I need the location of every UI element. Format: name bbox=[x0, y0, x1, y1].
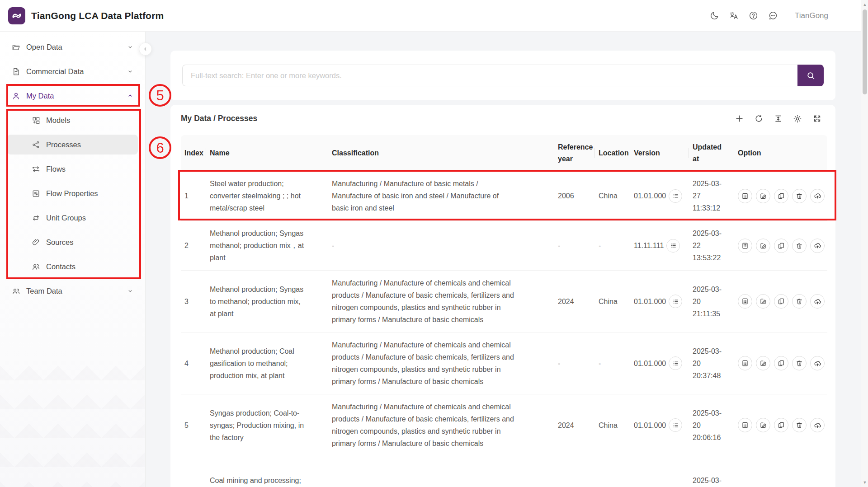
row-options bbox=[738, 356, 827, 370]
col-name: Name bbox=[206, 135, 328, 171]
edit-icon bbox=[760, 421, 767, 429]
copy-button[interactable] bbox=[774, 356, 788, 370]
translate-icon[interactable] bbox=[729, 11, 739, 21]
search-input[interactable] bbox=[182, 65, 797, 86]
search-button[interactable] bbox=[797, 65, 824, 86]
table-row[interactable]: Coal mining and processing; 2025-03- bbox=[181, 456, 827, 487]
sidebar-item-contacts[interactable]: Contacts bbox=[7, 257, 138, 276]
detail-button[interactable] bbox=[738, 356, 752, 370]
table-row[interactable]: 5 Syngas production; Coal-to-syngas; Pro… bbox=[181, 394, 827, 456]
cloud-upload-icon bbox=[814, 360, 821, 367]
edit-button[interactable] bbox=[756, 189, 770, 203]
unordered-list-icon bbox=[672, 360, 679, 367]
cell-location: China bbox=[599, 192, 618, 200]
chevron-down-icon bbox=[127, 288, 133, 294]
delete-button[interactable] bbox=[792, 356, 807, 370]
version-list-button[interactable] bbox=[666, 239, 680, 253]
breadcrumb: My Data / Processes bbox=[181, 114, 257, 123]
scrollbar-thumb[interactable] bbox=[863, 9, 867, 94]
cell-name: Coal mining and processing; bbox=[210, 477, 301, 484]
settings-gear-icon[interactable] bbox=[793, 114, 802, 123]
detail-button[interactable] bbox=[738, 189, 752, 203]
edit-button[interactable] bbox=[756, 294, 770, 309]
refresh-icon[interactable] bbox=[754, 114, 763, 123]
sidebar-collapse-button[interactable] bbox=[139, 42, 152, 56]
sidebar-item-label: Models bbox=[46, 116, 70, 125]
chevron-left-icon bbox=[142, 46, 148, 52]
table-row[interactable]: 1 Steel water production; converter stee… bbox=[181, 171, 827, 221]
app-logo[interactable] bbox=[8, 7, 25, 24]
copy-icon bbox=[778, 192, 785, 200]
version-list-button[interactable] bbox=[669, 189, 682, 203]
detail-icon bbox=[741, 421, 749, 429]
detail-button[interactable] bbox=[738, 294, 752, 309]
sidebar-item-my-data[interactable]: My Data bbox=[7, 86, 138, 106]
table-body: 1 Steel water production; converter stee… bbox=[181, 171, 827, 487]
export-button[interactable] bbox=[810, 418, 825, 432]
version-list-button[interactable] bbox=[669, 418, 682, 432]
version-list-button[interactable] bbox=[669, 295, 682, 308]
cell-version: 01.01.000 bbox=[634, 419, 666, 431]
dark-mode-moon-icon[interactable] bbox=[710, 11, 720, 21]
export-button[interactable] bbox=[810, 239, 825, 253]
cell-reference-year: 2006 bbox=[558, 192, 574, 200]
sidebar-item-label: Contacts bbox=[46, 262, 75, 271]
copy-icon bbox=[778, 242, 785, 249]
cell-reference-year: - bbox=[558, 360, 560, 367]
export-button[interactable] bbox=[810, 294, 825, 309]
copy-button[interactable] bbox=[774, 418, 788, 432]
detail-button[interactable] bbox=[738, 418, 752, 432]
copy-button[interactable] bbox=[774, 294, 788, 309]
cloud-upload-icon bbox=[814, 242, 821, 249]
sidebar-item-flow-properties[interactable]: Flow Properties bbox=[7, 183, 138, 203]
add-icon[interactable] bbox=[735, 114, 744, 123]
sidebar-item-team-data[interactable]: Team Data bbox=[7, 281, 138, 301]
sidebar-item-flows[interactable]: Flows bbox=[7, 159, 138, 179]
sidebar-item-commercial-data[interactable]: Commercial Data bbox=[7, 61, 138, 81]
export-button[interactable] bbox=[810, 189, 825, 203]
sidebar-item-processes[interactable]: Processes bbox=[7, 135, 138, 155]
help-icon[interactable] bbox=[749, 11, 759, 21]
edit-button[interactable] bbox=[756, 356, 770, 370]
delete-button[interactable] bbox=[792, 418, 807, 432]
sidebar-item-unit-groups[interactable]: Unit Groups bbox=[7, 208, 138, 228]
scrollbar-up-arrow[interactable]: ▲ bbox=[861, 1, 868, 8]
col-location: Location bbox=[595, 135, 630, 171]
delete-button[interactable] bbox=[792, 294, 807, 309]
delete-button[interactable] bbox=[792, 189, 807, 203]
table-row[interactable]: 2 Methanol production; Syngas methanol; … bbox=[181, 221, 827, 271]
browser-scrollbar: ▲ ▼ bbox=[861, 0, 868, 487]
col-option: Option bbox=[734, 135, 827, 171]
cell-version: 01.01.000 bbox=[634, 295, 666, 308]
current-user[interactable]: TianGong bbox=[795, 11, 828, 20]
copy-button[interactable] bbox=[774, 189, 788, 203]
page-layout: Open Data Commercial Data My Data bbox=[0, 32, 868, 487]
edit-button[interactable] bbox=[756, 418, 770, 432]
cell-classification: - bbox=[332, 242, 334, 249]
processes-table: Index Name Classification Reference year… bbox=[181, 135, 827, 487]
cell-updated-at: 2025-03-20 21:11:35 bbox=[693, 286, 722, 318]
copy-icon bbox=[778, 360, 785, 367]
app-title: TianGong LCA Data Platform bbox=[31, 10, 164, 21]
edit-icon bbox=[760, 298, 767, 305]
table-row[interactable]: 4 Methanol production; Coal gasification… bbox=[181, 332, 827, 394]
delete-button[interactable] bbox=[792, 239, 807, 253]
sidebar-item-models[interactable]: Models bbox=[7, 110, 138, 130]
version-list-button[interactable] bbox=[669, 356, 682, 370]
messages-icon[interactable] bbox=[768, 11, 778, 21]
copy-button[interactable] bbox=[774, 239, 788, 253]
sidebar-item-sources[interactable]: Sources bbox=[7, 232, 138, 252]
edit-button[interactable] bbox=[756, 239, 770, 253]
table-row[interactable]: 3 Methanol production; Syngas to methano… bbox=[181, 271, 827, 332]
row-height-icon[interactable] bbox=[774, 114, 783, 123]
scrollbar-down-arrow[interactable]: ▼ bbox=[861, 479, 868, 486]
cell-updated-at: 2025-03-22 13:53:22 bbox=[693, 229, 722, 262]
export-button[interactable] bbox=[810, 356, 825, 370]
logo-glyph bbox=[11, 10, 23, 22]
detail-button[interactable] bbox=[738, 239, 752, 253]
top-bar: TianGong LCA Data Platform bbox=[0, 0, 868, 32]
paperclip-icon bbox=[32, 238, 40, 247]
sidebar-item-open-data[interactable]: Open Data bbox=[7, 37, 138, 57]
unordered-list-icon bbox=[672, 298, 679, 305]
fullscreen-icon[interactable] bbox=[812, 114, 821, 123]
